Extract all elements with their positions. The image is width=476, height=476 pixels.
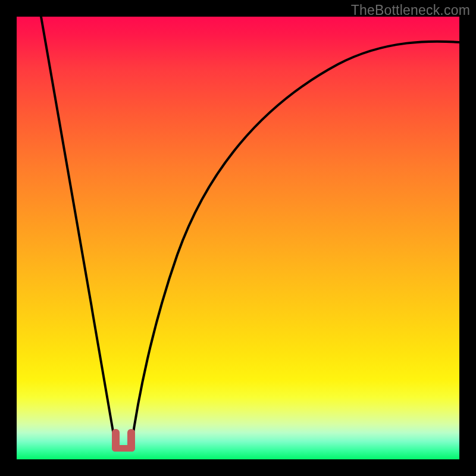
outer-frame: TheBottleneck.com <box>0 0 476 476</box>
valley-marker-bottom-bar <box>112 445 135 452</box>
watermark-text: TheBottleneck.com <box>351 2 470 18</box>
left-branch-curve <box>41 17 116 449</box>
right-branch-curve <box>131 42 459 449</box>
curve-layer <box>17 17 459 459</box>
plot-area <box>17 17 459 459</box>
